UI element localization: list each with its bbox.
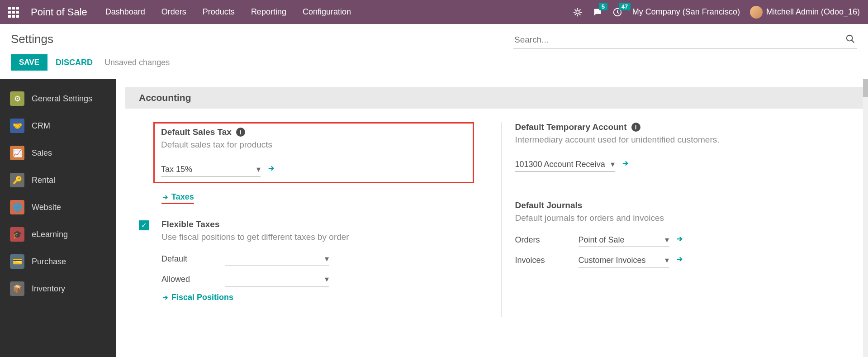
sidebar-item-elearning[interactable]: 🎓 eLearning <box>0 221 116 248</box>
field-label: Orders <box>515 235 579 245</box>
nav-products[interactable]: Products <box>203 7 235 17</box>
caret-down-icon: ▾ <box>325 254 329 264</box>
field-orders: Orders Point of Sale ▾ <box>515 233 850 247</box>
user-name: Mitchell Admin (Odoo_16) <box>766 7 860 17</box>
highlight-box: Default Sales Tax i Default sales tax fo… <box>153 122 474 183</box>
sidebar-item-label: Website <box>32 203 61 212</box>
fiscal-positions-link[interactable]: Fiscal Positions <box>161 293 233 302</box>
settings-grid: Default Sales Tax i Default sales tax fo… <box>116 122 868 317</box>
field-label: Default <box>161 254 225 264</box>
sidebar-item-purchase[interactable]: 💳 Purchase <box>0 248 116 275</box>
temp-account-dropdown[interactable]: 101300 Account Receiva ▾ <box>515 157 615 171</box>
setting-desc: Default sales tax for products <box>161 140 466 150</box>
caret-down-icon: ▾ <box>325 274 329 284</box>
unsaved-indicator: Unsaved changes <box>104 58 170 67</box>
sidebar-item-general[interactable]: ⚙ General Settings <box>0 85 116 112</box>
save-button[interactable]: SAVE <box>11 54 47 71</box>
gear-icon: ⚙ <box>10 91 24 106</box>
caret-down-icon: ▾ <box>611 159 615 169</box>
caret-down-icon: ▾ <box>665 255 669 265</box>
field-label: Invoices <box>515 256 579 265</box>
section-accounting: Accounting <box>125 87 863 109</box>
page-header: Settings <box>0 24 868 49</box>
flexible-taxes-checkbox[interactable]: ✓ <box>139 220 149 230</box>
messages-icon[interactable]: 5 <box>593 7 602 17</box>
caret-down-icon: ▾ <box>256 164 261 174</box>
setting-desc: Intermediary account used for unidentifi… <box>515 135 850 145</box>
sidebar-item-website[interactable]: 🌐 Website <box>0 194 116 221</box>
topbar-right: 5 47 My Company (San Francisco) Mitchell… <box>573 6 860 19</box>
search-wrap <box>513 32 857 49</box>
settings-col-left: Default Sales Tax i Default sales tax fo… <box>139 122 474 317</box>
sidebar-item-label: eLearning <box>32 230 68 239</box>
setting-desc: Default journals for orders and invoices <box>515 213 850 223</box>
info-icon[interactable]: i <box>236 128 245 137</box>
handshake-icon: 🤝 <box>10 119 24 133</box>
body: ⚙ General Settings 🤝 CRM 📈 Sales 🔑 Renta… <box>0 79 868 357</box>
external-link-icon[interactable] <box>675 235 683 245</box>
search-input[interactable] <box>513 32 857 49</box>
sidebar-item-inventory[interactable]: 📦 Inventory <box>0 275 116 302</box>
nav-dashboard[interactable]: Dashboard <box>105 7 145 17</box>
graduation-icon: 🎓 <box>10 227 24 242</box>
sidebar-item-crm[interactable]: 🤝 CRM <box>0 112 116 139</box>
sidebar-item-label: Inventory <box>32 284 65 294</box>
field-allowed: Allowed ▾ <box>161 272 474 286</box>
key-icon: 🔑 <box>10 173 24 187</box>
sidebar-item-rental[interactable]: 🔑 Rental <box>0 167 116 194</box>
chart-icon: 📈 <box>10 146 24 160</box>
debug-icon[interactable] <box>573 7 583 17</box>
taxes-link[interactable]: Taxes <box>161 192 194 204</box>
nav-configuration[interactable]: Configuration <box>303 7 351 17</box>
flexible-default-dropdown[interactable]: ▾ <box>225 252 329 266</box>
svg-point-2 <box>847 35 853 41</box>
settings-col-right: Default Temporary Account i Intermediary… <box>501 122 850 317</box>
orders-journal-dropdown[interactable]: Point of Sale ▾ <box>579 233 669 247</box>
default-sales-tax-dropdown[interactable]: Tax 15% ▾ <box>161 162 261 176</box>
sidebar-item-label: General Settings <box>32 94 92 104</box>
field-invoices: Invoices Customer Invoices ▾ <box>515 253 850 267</box>
app-brand[interactable]: Point of Sale <box>31 6 87 18</box>
topbar: Point of Sale Dashboard Orders Products … <box>0 0 868 24</box>
nav-reporting[interactable]: Reporting <box>251 7 286 17</box>
messages-badge: 5 <box>599 3 607 10</box>
setting-flexible-taxes: ✓ Flexible Taxes Use fiscal positions to… <box>139 219 474 303</box>
top-nav: Dashboard Orders Products Reporting Conf… <box>105 7 351 17</box>
flexible-allowed-dropdown[interactable]: ▾ <box>225 272 329 286</box>
discard-button[interactable]: DISCARD <box>56 58 93 67</box>
sidebar-item-label: CRM <box>32 121 50 131</box>
external-link-icon[interactable] <box>675 255 683 266</box>
activities-badge: 47 <box>619 3 631 10</box>
sidebar-item-label: Sales <box>32 148 52 158</box>
activities-icon[interactable]: 47 <box>612 7 622 17</box>
globe-icon: 🌐 <box>10 200 24 214</box>
nav-orders[interactable]: Orders <box>161 7 186 17</box>
setting-title: Default Temporary Account i <box>515 122 850 132</box>
external-link-icon[interactable] <box>621 159 629 170</box>
setting-default-temp-account: Default Temporary Account i Intermediary… <box>515 122 850 171</box>
avatar <box>750 6 763 19</box>
info-icon[interactable]: i <box>631 123 640 132</box>
setting-title: Default Journals <box>515 200 850 210</box>
cart-icon: 💳 <box>10 254 24 269</box>
field-default: Default ▾ <box>161 252 474 266</box>
company-selector[interactable]: My Company (San Francisco) <box>632 7 740 17</box>
sidebar-item-label: Rental <box>32 176 55 185</box>
scrollbar-thumb[interactable] <box>863 79 868 97</box>
apps-icon[interactable] <box>8 7 19 18</box>
caret-down-icon: ▾ <box>665 235 669 245</box>
search-icon[interactable] <box>845 34 855 46</box>
page-title: Settings <box>11 32 53 46</box>
settings-main: Accounting Default Sales Tax i Default s… <box>116 79 868 357</box>
sidebar-item-label: Purchase <box>32 257 66 267</box>
setting-desc: Use fiscal positions to get different ta… <box>161 232 474 242</box>
invoices-journal-dropdown[interactable]: Customer Invoices ▾ <box>579 253 669 267</box>
user-menu[interactable]: Mitchell Admin (Odoo_16) <box>750 6 860 19</box>
setting-default-sales-tax: Default Sales Tax i Default sales tax fo… <box>139 122 474 204</box>
sidebar-item-sales[interactable]: 📈 Sales <box>0 139 116 167</box>
external-link-icon[interactable] <box>267 164 275 175</box>
svg-point-0 <box>576 10 579 14</box>
field-label: Allowed <box>161 275 225 284</box>
settings-sidebar: ⚙ General Settings 🤝 CRM 📈 Sales 🔑 Renta… <box>0 79 116 357</box>
action-bar: SAVE DISCARD Unsaved changes <box>0 49 868 79</box>
